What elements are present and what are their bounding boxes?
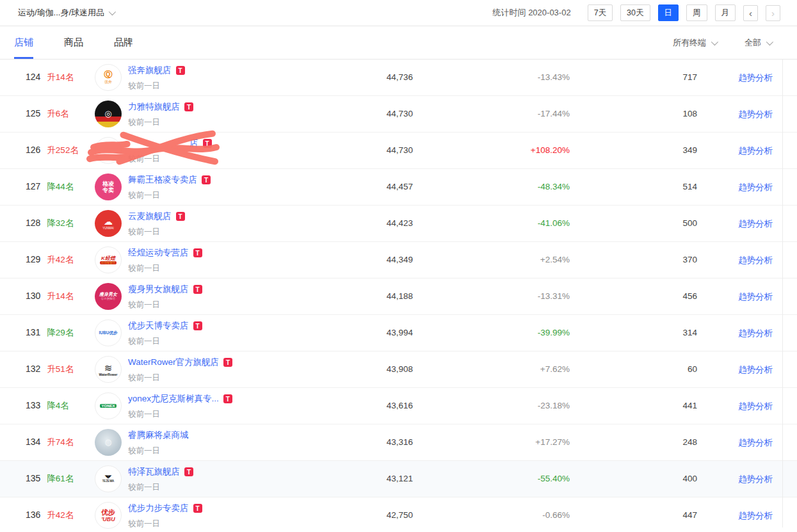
period-button-日[interactable]: 日 bbox=[658, 4, 679, 21]
count-value: 447 bbox=[570, 510, 697, 520]
count-value: 514 bbox=[570, 182, 697, 191]
next-page-button[interactable]: › bbox=[766, 5, 780, 21]
compare-label: 较前一日 bbox=[128, 154, 212, 165]
period-button-30天[interactable]: 30天 bbox=[620, 4, 650, 21]
shop-cell: 经煌运动专营店 T 较前一日 bbox=[128, 247, 202, 274]
trend-analysis-link[interactable]: 趋势分析 bbox=[738, 218, 773, 230]
rank-number: 126 bbox=[26, 145, 40, 155]
trend-analysis-link[interactable]: 趋势分析 bbox=[738, 401, 773, 412]
category-selector[interactable]: 运动/瑜伽...身/球迷用品 bbox=[18, 7, 114, 19]
trend-analysis-link[interactable]: 趋势分析 bbox=[738, 437, 773, 449]
transaction-index-value: 43,908 bbox=[282, 364, 413, 374]
change-percent: +7.62% bbox=[442, 364, 570, 374]
period-button-月[interactable]: 月 bbox=[715, 4, 736, 21]
trend-analysis-link[interactable]: 趋势分析 bbox=[738, 109, 773, 120]
table-right-divider bbox=[782, 60, 783, 528]
shop-logo-icon-ruiteng[interactable]: ◍ bbox=[95, 429, 122, 456]
table-row: 134升74名 ◍ 睿腾麻将桌商城 较前一日 43,316 +17.27% 24… bbox=[0, 424, 797, 461]
shop-name-link[interactable]: 强奔旗舰店 bbox=[128, 65, 172, 76]
change-percent: -13.43% bbox=[442, 72, 570, 82]
trend-analysis-link[interactable]: 趋势分析 bbox=[738, 291, 773, 303]
shop-cell: 睿腾麻将桌商城 较前一日 bbox=[128, 430, 189, 456]
shop-cell: yonex尤尼克斯树真专... T 较前一日 bbox=[128, 393, 232, 420]
change-percent: +108.20% bbox=[442, 145, 570, 155]
trend-analysis-link[interactable]: 趋势分析 bbox=[738, 364, 773, 376]
tmall-badge-icon: T bbox=[203, 139, 212, 148]
shop-name-link[interactable]: 舞霸王格凌专卖店 bbox=[128, 174, 197, 186]
compare-label: 较前一日 bbox=[128, 81, 185, 92]
shop-logo-icon-shoushen[interactable]: 瘦身男女官方旗舰店 bbox=[95, 283, 122, 310]
table-row: 127降44名 格凌专卖 舞霸王格凌专卖店 T 较前一日 44,457 -48.… bbox=[0, 169, 797, 206]
logo-text: WaterRower bbox=[99, 373, 118, 377]
shop-logo-icon-qiangben[interactable]: Ⓠ强奔 bbox=[95, 64, 122, 91]
shop-logo-icon-waterrower[interactable]: ≋WaterRower bbox=[95, 356, 122, 383]
shop-name-link[interactable]: WaterRower官方旗舰店 bbox=[128, 357, 219, 368]
shop-logo-icon-redacted[interactable] bbox=[95, 137, 122, 164]
shop-name-link[interactable]: 店 bbox=[189, 138, 198, 149]
trend-analysis-link[interactable]: 趋势分析 bbox=[738, 328, 773, 339]
compare-label: 较前一日 bbox=[128, 336, 202, 347]
trend-analysis-link[interactable]: 趋势分析 bbox=[738, 72, 773, 84]
table-row: 124升14名 Ⓠ强奔 强奔旗舰店 T 较前一日 44,736 -13.43% … bbox=[0, 60, 797, 96]
logo-text: ◎ bbox=[104, 109, 111, 119]
trend-analysis-link[interactable]: 趋势分析 bbox=[738, 145, 773, 157]
rank-number: 131 bbox=[26, 327, 40, 337]
tmall-badge-icon: T bbox=[193, 321, 202, 330]
prev-page-button[interactable]: ‹ bbox=[743, 5, 758, 21]
trend-analysis-link[interactable]: 趋势分析 bbox=[738, 510, 773, 522]
trend-analysis-link[interactable]: 趋势分析 bbox=[738, 182, 773, 193]
change-percent: +17.27% bbox=[442, 437, 570, 447]
change-percent: -39.99% bbox=[442, 328, 570, 337]
shop-logo-icon-wubawang[interactable]: 格凌专卖 bbox=[95, 173, 122, 200]
tabs: 店铺商品品牌 bbox=[0, 26, 133, 59]
shop-name-link[interactable]: 力雅特旗舰店 bbox=[128, 101, 180, 113]
transaction-index-value: 43,994 bbox=[282, 328, 413, 337]
rank-change: 升14名 bbox=[47, 291, 74, 301]
rank-change: 降4名 bbox=[47, 401, 69, 410]
change-percent: +2.54% bbox=[442, 255, 570, 264]
logo-text: 格凌 bbox=[102, 181, 114, 187]
shop-name-link[interactable]: 优步天博专卖店 bbox=[128, 320, 189, 332]
rank-number: 136 bbox=[26, 510, 40, 520]
tab-店铺[interactable]: 店铺 bbox=[14, 26, 33, 59]
count-value: 60 bbox=[570, 364, 697, 374]
logo-text: K经煌 bbox=[101, 255, 115, 261]
rank-change: 升6名 bbox=[47, 109, 69, 118]
count-value: 248 bbox=[570, 437, 697, 447]
trend-analysis-link[interactable]: 趋势分析 bbox=[738, 474, 773, 485]
tmall-badge-icon: T bbox=[202, 175, 211, 184]
shop-name-link[interactable]: 瘦身男女旗舰店 bbox=[128, 284, 189, 295]
shop-name-link[interactable]: 特泽瓦旗舰店 bbox=[128, 466, 180, 478]
change-percent: -0.66% bbox=[442, 510, 570, 520]
compare-label: 较前一日 bbox=[128, 519, 202, 529]
count-value: 349 bbox=[570, 145, 697, 155]
compare-label: 较前一日 bbox=[128, 190, 211, 201]
logo-text: ◍ bbox=[104, 438, 111, 447]
tab-商品[interactable]: 商品 bbox=[64, 26, 83, 59]
shop-name-link[interactable]: 睿腾麻将桌商城 bbox=[128, 430, 189, 441]
scope-filter-dropdown[interactable]: 全部 bbox=[745, 37, 771, 49]
shop-logo-icon-yonex[interactable]: YONEX bbox=[95, 392, 122, 419]
tab-品牌[interactable]: 品牌 bbox=[114, 26, 133, 59]
shop-name-link[interactable]: 经煌运动专营店 bbox=[128, 247, 189, 259]
rank-cell: 132升51名 bbox=[26, 364, 74, 375]
shop-logo-icon-jinghuang[interactable]: K经煌运动专营店 bbox=[95, 246, 122, 273]
shop-logo-icon-liyate[interactable]: ◎ bbox=[95, 101, 122, 127]
period-button-周[interactable]: 周 bbox=[686, 4, 707, 21]
shop-logo-icon-tezewa[interactable]: ◥◤TEZEWA bbox=[95, 465, 122, 492]
rank-number: 129 bbox=[26, 254, 40, 264]
shop-logo-icon-youbu[interactable]: 优步'UBU bbox=[95, 502, 122, 529]
shop-name-link[interactable]: 优步力步专卖店 bbox=[128, 503, 189, 514]
terminal-filter-dropdown[interactable]: 所有终端 bbox=[673, 37, 716, 49]
rank-number: 130 bbox=[26, 291, 40, 301]
shop-logo-icon-yunmai[interactable]: ☁YUNMAI bbox=[95, 210, 122, 237]
trend-analysis-link[interactable]: 趋势分析 bbox=[738, 255, 773, 266]
count-value: 400 bbox=[570, 474, 697, 483]
shop-cell: 优步天博专卖店 T 较前一日 bbox=[128, 320, 202, 347]
period-button-7天[interactable]: 7天 bbox=[588, 4, 613, 21]
shop-name-link[interactable]: yonex尤尼克斯树真专... bbox=[128, 393, 219, 405]
rank-change: 升42名 bbox=[47, 510, 74, 520]
compare-label: 较前一日 bbox=[128, 300, 202, 310]
shop-name-link[interactable]: 云麦旗舰店 bbox=[128, 211, 172, 222]
shop-logo-icon-youbutianbo[interactable]: IUBU优步 bbox=[95, 319, 122, 346]
